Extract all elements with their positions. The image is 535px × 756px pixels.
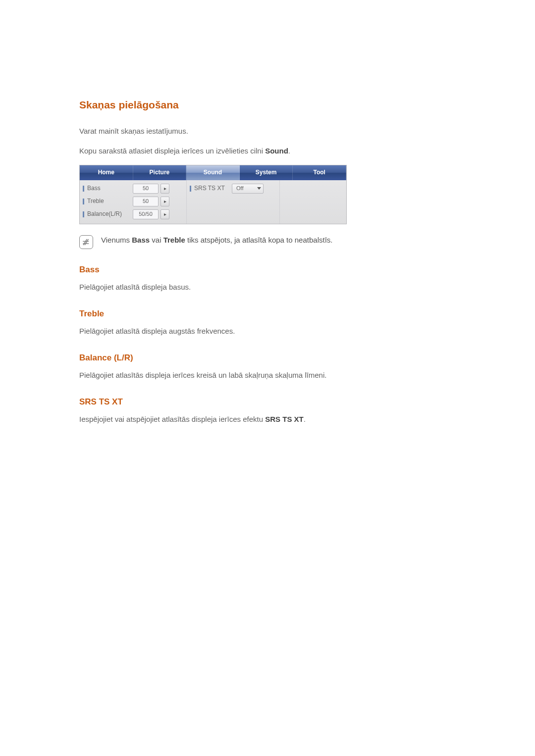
section-balance-title: Balance (L/R): [79, 351, 456, 364]
marker-icon: [83, 211, 84, 217]
label-balance: Balance(L/R): [87, 209, 131, 219]
section-bass-title: Bass: [79, 263, 456, 276]
section-balance-text: Pielāgojiet atlasītās displeja ierīces k…: [79, 369, 456, 381]
row-bass: Bass 50 ▸: [83, 182, 183, 195]
marker-icon: [83, 186, 84, 192]
tab-sound[interactable]: Sound: [186, 165, 240, 180]
panel-col-1: Bass 50 ▸ Treble 50 ▸ Balance(L/R) 50/50…: [80, 180, 186, 224]
chevron-down-icon: [257, 187, 261, 190]
label-bass: Bass: [87, 184, 131, 193]
section-bass-text: Pielāgojiet atlasītā displeja basus.: [79, 281, 456, 293]
panel-body: Bass 50 ▸ Treble 50 ▸ Balance(L/R) 50/50…: [80, 180, 346, 224]
srs-text-pre: Iespējojiet vai atspējojiet atlasītās di…: [79, 415, 265, 423]
tab-bar: Home Picture Sound System Tool: [80, 165, 346, 180]
treble-step-button[interactable]: ▸: [160, 197, 169, 206]
row-srs: SRS TS XT Off: [190, 182, 276, 195]
note-mid: vai: [150, 236, 163, 244]
panel-col-3: [279, 180, 346, 224]
label-treble: Treble: [87, 197, 131, 206]
page-title: Skaņas pielāgošana: [79, 97, 456, 113]
intro-2-pre: Kopu sarakstā atlasiet displeja ierīces …: [79, 147, 265, 155]
section-srs-title: SRS TS XT: [79, 395, 456, 408]
srs-text-post: .: [304, 415, 306, 423]
marker-icon: [190, 186, 191, 192]
tab-home[interactable]: Home: [80, 165, 133, 180]
note-icon: [79, 235, 93, 249]
balance-step-button[interactable]: ▸: [160, 209, 169, 219]
intro-2-post: .: [288, 147, 290, 155]
note-b1: Bass: [132, 236, 150, 244]
tab-picture[interactable]: Picture: [133, 165, 187, 180]
row-treble: Treble 50 ▸: [83, 195, 183, 208]
srs-select-value: Off: [236, 184, 243, 193]
srs-text-bold: SRS TS XT: [265, 415, 304, 423]
row-balance: Balance(L/R) 50/50 ▸: [83, 208, 183, 221]
marker-icon: [83, 199, 84, 204]
tab-tool[interactable]: Tool: [293, 165, 346, 180]
tab-system[interactable]: System: [240, 165, 293, 180]
sound-settings-panel: Home Picture Sound System Tool Bass 50 ▸…: [79, 165, 347, 224]
section-treble-text: Pielāgojiet atlasītā displeja augstās fr…: [79, 325, 456, 337]
bass-value[interactable]: 50: [133, 184, 159, 194]
srs-select[interactable]: Off: [232, 184, 264, 194]
note-post: tiks atspējots, ja atlasītā kopa to neat…: [185, 236, 333, 244]
intro-text-2: Kopu sarakstā atlasiet displeja ierīces …: [79, 145, 456, 157]
intro-2-bold: Sound: [265, 147, 288, 155]
balance-value[interactable]: 50/50: [133, 209, 159, 219]
bass-step-button[interactable]: ▸: [160, 184, 169, 194]
section-treble-title: Treble: [79, 307, 456, 320]
note-pre: Vienums: [101, 236, 132, 244]
intro-text-1: Varat mainīt skaņas iestatījumus.: [79, 125, 456, 137]
note: Vienums Bass vai Treble tiks atspējots, …: [79, 234, 456, 249]
panel-col-2: SRS TS XT Off: [186, 180, 279, 224]
note-b2: Treble: [163, 236, 185, 244]
treble-value[interactable]: 50: [133, 197, 159, 206]
note-text: Vienums Bass vai Treble tiks atspējots, …: [101, 234, 333, 246]
label-srs: SRS TS XT: [194, 184, 230, 193]
section-srs-text: Iespējojiet vai atspējojiet atlasītās di…: [79, 413, 456, 425]
